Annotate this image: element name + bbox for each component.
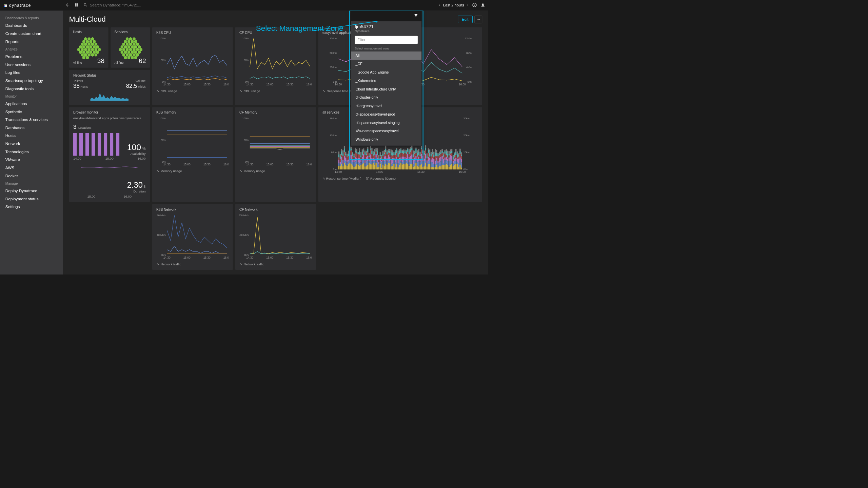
svg-rect-362 [409, 157, 410, 162]
svg-rect-304 [395, 151, 396, 155]
time-range[interactable]: Last 2 hours [443, 3, 464, 7]
help-icon[interactable]: ? [472, 3, 477, 8]
mz-item[interactable]: cf-cluster-only [355, 94, 418, 102]
tile-hosts[interactable]: Hosts All fine38 [69, 27, 108, 67]
svg-rect-512 [443, 159, 444, 163]
tile-services[interactable]: Services All fine62 [111, 27, 150, 67]
nav-item[interactable]: Hosts [0, 132, 63, 140]
svg-rect-180 [367, 165, 369, 169]
nav-item[interactable]: Docker [0, 172, 63, 180]
nav-item[interactable]: VMware [0, 156, 63, 164]
svg-rect-573 [457, 158, 458, 159]
tile-cf-cpu[interactable]: CF CPU 0%50%100%14:3015:0015:3016:00 ∿CP… [235, 27, 316, 105]
nav-item[interactable]: Deployment status [0, 195, 63, 203]
svg-rect-461 [431, 152, 432, 154]
svg-rect-200 [371, 158, 373, 161]
svg-rect-195 [370, 150, 371, 155]
mz-item[interactable]: cf-org:easytravel [355, 102, 418, 110]
mz-item[interactable]: k8s-namespace:easytravel [355, 127, 418, 136]
tile-k8s-cpu[interactable]: K8S CPU 0%50%100%14:3015:0015:3016:00 ∿C… [152, 27, 233, 105]
mz-item[interactable]: Cloud Infrastructure Only [355, 85, 418, 94]
time-prev-icon[interactable]: ‹ [439, 3, 440, 7]
nav-item[interactable]: Reports [0, 38, 63, 46]
svg-rect-452 [429, 158, 431, 160]
svg-rect-263 [385, 145, 387, 149]
chart-cf-cpu: 0%50%100%14:3015:0015:3016:00 [239, 37, 312, 86]
svg-text:500ms: 500ms [330, 52, 337, 55]
nav-item[interactable]: Transactions & services [0, 116, 63, 124]
search-icon[interactable] [83, 3, 87, 8]
tile-k8s-memory[interactable]: K8S memory 0%50%100%14:3015:0015:3016:00… [152, 107, 233, 202]
svg-rect-280 [389, 151, 391, 153]
nav-item[interactable]: Log files [0, 69, 63, 77]
svg-rect-194 [370, 154, 371, 159]
svg-rect-473 [433, 152, 435, 155]
svg-text:12k/m: 12k/m [465, 37, 472, 40]
svg-rect-182 [367, 156, 369, 161]
mz-filter-input[interactable] [355, 36, 418, 44]
nav-item[interactable]: Create custom chart [0, 29, 63, 38]
nav-item[interactable]: AWS [0, 164, 63, 172]
svg-rect-434 [425, 154, 426, 159]
mz-item[interactable]: All [351, 52, 421, 60]
tile-browser-monitor[interactable]: Browser monitor easytravel-frontend.apps… [69, 107, 150, 202]
svg-rect-545 [450, 149, 451, 152]
more-button[interactable]: ⋯ [475, 16, 482, 23]
svg-rect-311 [396, 148, 397, 149]
svg-rect-134 [356, 158, 357, 160]
funnel-icon[interactable] [414, 14, 418, 19]
nav-group-analyze: Analyze [0, 45, 63, 53]
nav-item[interactable]: Databases [0, 124, 63, 132]
time-next-icon[interactable]: › [467, 3, 469, 7]
nav-item[interactable]: Technologies [0, 148, 63, 156]
mz-item[interactable]: cf-space:easytravel-staging [355, 119, 418, 127]
tile-network-status[interactable]: Network Status Talkers 38 Hosts Volume 8… [69, 70, 150, 105]
edit-button[interactable]: Edit [458, 16, 473, 23]
svg-rect-187 [369, 161, 370, 163]
svg-rect-371 [410, 147, 411, 149]
search-input[interactable] [90, 3, 166, 7]
svg-text:14:30: 14:30 [246, 163, 253, 166]
tile-cf-memory[interactable]: CF Memory 0%50%100%14:3015:0015:3016:00 … [235, 107, 316, 202]
tile-k8s-network[interactable]: K8S Network 0b/s10 Mb/s20 Mb/s14:3015:00… [152, 204, 233, 270]
tile-cf-network[interactable]: CF Network 0b/s100 Mb/s200 Mb/s14:3015:0… [235, 204, 316, 270]
mz-item[interactable]: cf-space:easytravel-prod [355, 110, 418, 119]
brand-logo[interactable]: dynatrace [3, 3, 31, 8]
user-icon[interactable] [481, 3, 486, 8]
svg-rect-330 [401, 164, 403, 169]
svg-rect-563 [454, 152, 455, 154]
svg-rect-222 [377, 167, 378, 169]
grid-icon[interactable] [75, 3, 79, 8]
browser-duration-sparkline [73, 164, 146, 170]
nav-item[interactable]: User sessions [0, 61, 63, 69]
nav-item[interactable]: Applications [0, 100, 63, 108]
nav-item[interactable]: Settings [0, 203, 63, 211]
back-arrow-icon[interactable] [65, 3, 70, 8]
svg-rect-551 [451, 149, 453, 151]
svg-rect-450 [429, 164, 431, 169]
svg-rect-119 [352, 152, 353, 153]
svg-rect-457 [431, 162, 432, 167]
svg-rect-158 [362, 157, 363, 160]
svg-rect-81 [344, 152, 345, 156]
mz-item[interactable]: Windows-only [355, 135, 418, 144]
nav-item[interactable]: Dashboards [0, 22, 63, 30]
mz-item[interactable]: _Kubernetes [355, 77, 418, 85]
mz-item[interactable]: _Google App Engine [355, 68, 418, 77]
svg-rect-480 [436, 165, 437, 169]
nav-item[interactable]: Deploy Dynatrace [0, 187, 63, 195]
svg-rect-318 [399, 165, 400, 170]
nav-item[interactable]: Smartscape topology [0, 77, 63, 85]
mz-item[interactable]: _CF [355, 60, 418, 68]
nav-item[interactable]: Diagnostic tools [0, 85, 63, 93]
sidebar: Dashboards & reports DashboardsCreate cu… [0, 11, 63, 275]
nav-item[interactable]: Problems [0, 53, 63, 61]
svg-text:100%: 100% [242, 117, 249, 120]
svg-rect-248 [382, 159, 384, 161]
svg-rect-469 [433, 164, 435, 167]
svg-rect-80 [344, 156, 345, 160]
nav-item[interactable]: Synthetic [0, 108, 63, 116]
svg-rect-574 [457, 154, 458, 158]
nav-item[interactable]: Network [0, 140, 63, 148]
svg-rect-438 [427, 166, 428, 169]
